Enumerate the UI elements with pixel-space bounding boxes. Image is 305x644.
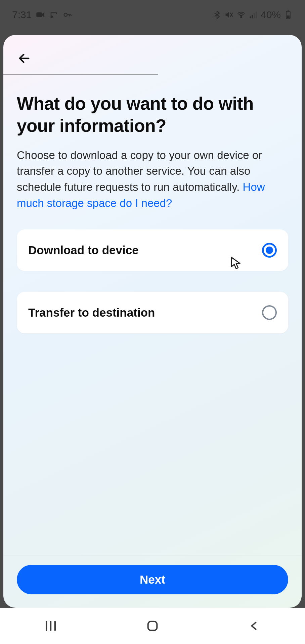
back-nav-button[interactable]: [241, 616, 268, 636]
status-time: 7:31: [12, 9, 32, 20]
video-icon: [36, 10, 45, 19]
signal-icon: [249, 10, 258, 19]
home-icon: [146, 619, 159, 633]
svg-rect-13: [288, 10, 289, 12]
arrow-left-icon: [17, 52, 31, 65]
cast-icon: [49, 10, 58, 19]
content-area: What do you want to do with your informa…: [3, 74, 302, 555]
mute-icon: [224, 10, 234, 19]
home-button[interactable]: [139, 616, 166, 636]
page-description: Choose to download a copy to your own de…: [17, 147, 288, 211]
svg-rect-9: [252, 15, 253, 18]
recents-icon: [43, 619, 58, 633]
svg-rect-11: [256, 12, 257, 18]
svg-point-7: [241, 16, 242, 18]
status-right: 40%: [212, 9, 293, 20]
back-button[interactable]: [17, 51, 32, 66]
radio-unselected-icon: [262, 305, 277, 320]
svg-rect-19: [148, 622, 157, 631]
svg-rect-8: [250, 16, 251, 18]
bluetooth-icon: [212, 10, 222, 19]
svg-point-1: [64, 13, 67, 16]
radio-selected-icon: [262, 243, 277, 258]
page-title: What do you want to do with your informa…: [17, 93, 288, 137]
option-label: Transfer to destination: [28, 306, 155, 319]
option-label: Download to device: [28, 244, 139, 257]
status-left: 7:31: [12, 9, 72, 20]
modal-card: What do you want to do with your informa…: [3, 35, 302, 608]
recent-apps-button[interactable]: [37, 616, 64, 636]
vpn-key-icon: [62, 10, 72, 19]
android-status-bar: 7:31 40%: [0, 0, 305, 30]
battery-icon: [284, 10, 293, 19]
svg-rect-14: [287, 15, 290, 18]
next-button[interactable]: Next: [17, 565, 288, 594]
svg-rect-10: [254, 13, 255, 18]
footer: Next: [3, 555, 302, 608]
wifi-icon: [236, 10, 246, 19]
option-transfer-to-destination[interactable]: Transfer to destination: [17, 292, 288, 333]
battery-percent: 40%: [261, 9, 281, 20]
option-download-to-device[interactable]: Download to device: [17, 229, 288, 271]
svg-rect-0: [37, 12, 42, 17]
description-text: Choose to download a copy to your own de…: [17, 149, 262, 194]
chevron-left-icon: [248, 620, 260, 632]
options-list: Download to device Transfer to destinati…: [17, 229, 288, 333]
android-nav-bar: [0, 608, 305, 644]
